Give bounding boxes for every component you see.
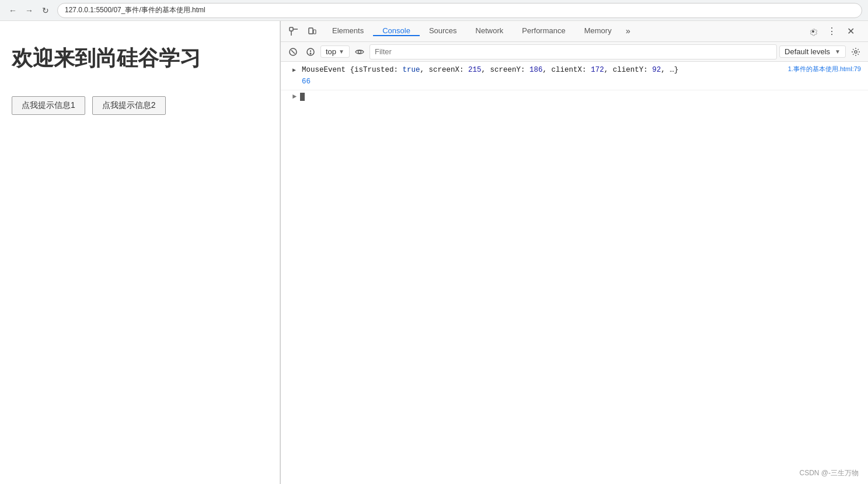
close-icon: ✕ [847, 26, 855, 37]
address-bar[interactable]: 127.0.0.1:5500/07_事件/事件的基本使用.html [57, 3, 862, 18]
log-level-label: Default levels [785, 47, 830, 56]
console-output[interactable]: 1.事件的基本使用.html:79 MouseEvent {isTrusted:… [281, 62, 868, 484]
browser-controls: ← → ↻ [6, 3, 53, 17]
mouse-event-props: , screenX: [420, 66, 469, 74]
svg-rect-3 [309, 28, 313, 34]
svg-point-10 [358, 50, 361, 53]
context-selector[interactable]: top ▼ [320, 45, 350, 58]
devtools-tabs: Elements Console Sources Network Perform… [323, 26, 803, 36]
tab-console[interactable]: Console [373, 26, 420, 36]
browser-bar: ← → ↻ 127.0.0.1:5500/07_事件/事件的基本使用.html [0, 0, 868, 21]
tab-performance[interactable]: Performance [513, 26, 574, 36]
stop-on-exception-button[interactable] [303, 44, 318, 59]
more-tabs-button[interactable]: » [621, 26, 635, 36]
context-dropdown-icon: ▼ [339, 48, 344, 55]
button-row: 点我提示信息1 点我提示信息2 [12, 96, 268, 115]
device-toolbar-button[interactable] [304, 23, 320, 40]
cursor [300, 93, 305, 101]
svg-rect-0 [290, 27, 293, 31]
entry-source-1[interactable]: 1.事件的基本使用.html:79 [788, 64, 861, 75]
context-value: top [326, 47, 336, 56]
mouse-event-label: MouseEvent {isTrusted: [302, 66, 403, 74]
tab-elements[interactable]: Elements [323, 26, 373, 36]
log-level-dropdown-icon: ▼ [835, 48, 841, 55]
entry-text-1: MouseEvent {isTrusted: true, screenX: 21… [302, 64, 863, 76]
tab-memory[interactable]: Memory [575, 26, 621, 36]
console-prompt-row[interactable]: ► [281, 90, 868, 103]
comma1: , screenY: [482, 66, 530, 74]
devtools-panel: Elements Console Sources Network Perform… [280, 21, 868, 484]
log-level-selector[interactable]: Default levels ▼ [779, 45, 846, 58]
filter-input[interactable] [369, 44, 777, 59]
tab-sources[interactable]: Sources [420, 26, 466, 36]
client-y-value: 92 [652, 66, 661, 74]
page-button-2[interactable]: 点我提示信息2 [92, 96, 166, 115]
ellipsis: , …} [661, 66, 678, 74]
watermark: CSDN @-三生万物 [799, 468, 859, 478]
page-button-1[interactable]: 点我提示信息1 [12, 96, 85, 115]
svg-line-6 [291, 50, 295, 54]
close-devtools-button[interactable]: ✕ [842, 23, 859, 40]
tab-network[interactable]: Network [466, 26, 513, 36]
entry-main-1: MouseEvent {isTrusted: true, screenX: 21… [292, 64, 863, 76]
console-entry-mouse-event: 1.事件的基本使用.html:79 MouseEvent {isTrusted:… [281, 62, 868, 90]
live-expressions-button[interactable] [352, 44, 367, 59]
page-content: 欢迎来到尚硅谷学习 点我提示信息1 点我提示信息2 [0, 21, 280, 484]
forward-button[interactable]: → [22, 3, 36, 17]
address-text: 127.0.0.1:5500/07_事件/事件的基本使用.html [65, 5, 205, 15]
entry-number-1: 66 [292, 76, 863, 87]
svg-rect-4 [313, 30, 316, 34]
console-toolbar: top ▼ Default levels ▼ [281, 42, 868, 62]
svg-point-11 [855, 50, 857, 52]
settings-button[interactable] [805, 23, 821, 40]
three-dots-icon: ⋮ [827, 26, 836, 37]
prompt-arrow-icon: ► [292, 93, 297, 101]
devtools-right-icons: ⋮ ✕ [805, 23, 863, 40]
number-value-1: 66 [302, 78, 311, 86]
main-container: 欢迎来到尚硅谷学习 点我提示信息1 点我提示信息2 [0, 21, 868, 484]
console-settings-button[interactable] [848, 44, 863, 59]
svg-point-9 [310, 53, 311, 54]
devtools-topbar: Elements Console Sources Network Perform… [281, 21, 868, 42]
screen-x-value: 215 [468, 66, 482, 74]
back-button[interactable]: ← [6, 3, 20, 17]
expand-arrow-1[interactable] [292, 66, 299, 75]
screen-y-value: 186 [529, 66, 543, 74]
refresh-button[interactable]: ↻ [39, 3, 53, 17]
is-trusted-value: true [403, 66, 420, 74]
page-title: 欢迎来到尚硅谷学习 [12, 44, 268, 73]
client-x-value: 172 [591, 66, 604, 74]
clear-console-button[interactable] [285, 44, 301, 59]
more-options-button[interactable]: ⋮ [824, 23, 840, 40]
comma3: , clientY: [604, 66, 653, 74]
comma2: , clientX: [543, 66, 591, 74]
inspect-element-button[interactable] [285, 23, 302, 40]
